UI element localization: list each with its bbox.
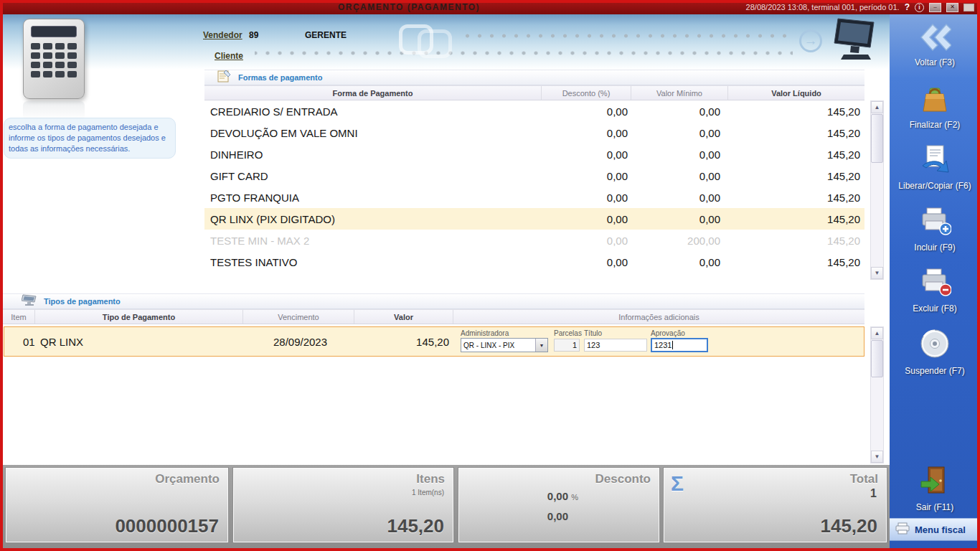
forma-row[interactable]: PGTO FRANQUIA 0,00 0,00 145,20: [204, 187, 864, 208]
itens-total: 145,20: [387, 515, 444, 537]
printer-minus-icon: [918, 266, 951, 301]
forward-arrow-icon: →: [799, 29, 822, 52]
sair-button[interactable]: Sair (F11): [890, 465, 980, 512]
formas-table-header: Forma de Pagamento Desconto (%) Valor Mí…: [204, 85, 864, 100]
suspender-button[interactable]: Suspender (F7): [890, 327, 980, 376]
watermark-square: [418, 29, 452, 58]
vendedor-name: GERENTE: [305, 30, 347, 40]
pos-window: ORÇAMENTO (PAGAMENTO) 28/08/2023 13:08, …: [0, 0, 980, 551]
tipos-section-title: Tipos de pagamento: [44, 297, 121, 306]
forma-row[interactable]: DEVOLUÇÃO EM VALE OMNI 0,00 0,00 145,20: [204, 122, 864, 143]
forma-row-selected[interactable]: QR LINX (PIX DIGITADO) 0,00 0,00 145,20: [204, 208, 864, 230]
formas-table: Forma de Pagamento Desconto (%) Valor Mí…: [204, 85, 864, 273]
cliente-link[interactable]: Cliente: [215, 51, 243, 61]
page-title: ORÇAMENTO (PAGAMENTO): [204, 2, 613, 12]
tipos-scrollbar[interactable]: ▲ ▼: [870, 326, 884, 463]
column-header: Valor: [354, 310, 453, 324]
dots-decoration: [255, 50, 793, 56]
forma-row[interactable]: CREDIARIO S/ ENTRADA 0,00 0,00 145,20: [204, 100, 864, 122]
administradora-select[interactable]: QR - LINX - PIX ▼: [461, 338, 548, 352]
orcamento-panel: Orçamento 0000000157: [6, 468, 228, 542]
vendedor-code: 89: [249, 30, 258, 40]
vendedor-link[interactable]: Vendedor: [203, 30, 242, 40]
formas-section-header: Formas de pagamento: [204, 70, 864, 85]
parcelas-label: Parcelas: [554, 329, 582, 337]
info-icon[interactable]: i: [915, 3, 924, 12]
excluir-button[interactable]: Excluir (F8): [890, 266, 980, 314]
exit-door-icon: [919, 465, 951, 499]
column-header: Item: [3, 310, 35, 324]
titulo-label: Título: [584, 329, 602, 337]
window-grip: [963, 4, 974, 11]
desconto-value: 0,00: [547, 510, 568, 522]
titlebar: ORÇAMENTO (PAGAMENTO) 28/08/2023 13:08, …: [0, 0, 980, 14]
column-header: Informações adicionais: [453, 310, 864, 324]
itens-label: Itens: [416, 472, 445, 486]
row-item-number: 01: [23, 336, 35, 348]
scroll-down-icon[interactable]: ▼: [871, 451, 883, 463]
parcelas-field[interactable]: 1: [554, 339, 580, 352]
minimize-button[interactable]: –: [929, 3, 941, 12]
voltar-button[interactable]: Voltar (F3): [890, 23, 980, 67]
column-header: Forma de Pagamento: [204, 86, 542, 100]
terminal-icon: [22, 293, 37, 309]
text-caret: [672, 341, 673, 349]
titulo-field[interactable]: 123: [584, 339, 647, 352]
tipos-table-header: Item Tipo de Pagamento Vencimento Valor …: [3, 309, 864, 324]
desconto-label: Desconto: [595, 472, 651, 486]
forma-row[interactable]: DINHEIRO 0,00 0,00 145,20: [204, 143, 864, 165]
terminal-status-text: 28/08/2023 13:08, terminal 001, período …: [746, 3, 900, 11]
summary-band: Orçamento 0000000157 Itens 1 Item(ns) 14…: [3, 465, 890, 548]
action-sidebar: Voltar (F3) Finalizar (F2): [890, 14, 980, 551]
administradora-label: Administradora: [461, 329, 509, 337]
itens-panel: Itens 1 Item(ns) 145,20: [233, 468, 453, 542]
monitor-icon: [829, 14, 880, 67]
formas-scrollbar[interactable]: ▲ ▼: [870, 100, 884, 280]
aprovacao-input-focused[interactable]: 1231: [651, 338, 708, 352]
total-panel: Σ Total 1 145,20: [664, 468, 887, 542]
incluir-button[interactable]: Incluir (F9): [890, 205, 980, 253]
liberar-copiar-button[interactable]: Liberar/Copiar (F6): [890, 143, 980, 191]
shopping-bag-icon: [919, 83, 951, 117]
notepad-icon: [216, 69, 232, 86]
back-chevrons-icon: [918, 23, 951, 55]
document-copy-icon: [919, 143, 951, 178]
fiscal-printer-icon: [895, 522, 910, 537]
tipo-pagamento-row[interactable]: 01 QR LINX 28/09/2023 145,20 Administrad…: [4, 326, 864, 357]
calculator-illustration: [23, 19, 85, 120]
aprovacao-label: Aprovação: [651, 329, 685, 337]
forma-row[interactable]: GIFT CARD 0,00 0,00 145,20: [204, 165, 864, 187]
row-valor: 145,20: [356, 336, 449, 348]
close-button[interactable]: ✕: [946, 3, 958, 12]
dots-decoration: [459, 33, 793, 39]
sigma-icon: Σ: [671, 471, 684, 496]
cd-disc-icon: [918, 327, 951, 363]
scroll-thumb[interactable]: [871, 340, 883, 377]
orcamento-label: Orçamento: [155, 472, 220, 486]
help-icon[interactable]: ?: [905, 2, 910, 12]
additional-info-panel: Administradora Parcelas Título Aprovação…: [455, 327, 864, 356]
menu-fiscal-button[interactable]: Menu fiscal: [890, 518, 980, 541]
tipos-section-header: Tipos de pagamento: [3, 293, 864, 309]
column-header: Valor Líquido: [728, 86, 864, 100]
forma-row[interactable]: TESTES INATIVO 0,00 0,00 145,20: [204, 251, 864, 273]
column-header: Desconto (%): [542, 86, 631, 100]
column-header: Tipo de Pagamento: [35, 310, 243, 324]
total-value: 145,20: [820, 515, 877, 537]
row-tipo: QR LINX: [40, 336, 83, 348]
scroll-thumb[interactable]: [871, 114, 883, 163]
itens-count: 1 Item(ns): [412, 489, 444, 496]
orcamento-number: 0000000157: [115, 515, 219, 537]
printer-plus-icon: [918, 205, 951, 240]
chevron-down-icon[interactable]: ▼: [535, 339, 547, 352]
formas-section-title: Formas de pagamento: [238, 73, 322, 82]
total-label: Total: [850, 472, 878, 486]
scroll-down-icon[interactable]: ▼: [871, 267, 883, 279]
forma-row-disabled: TESTE MIN - MAX 2 0,00 200,00 145,20: [204, 230, 864, 251]
column-header: Vencimento: [243, 310, 354, 324]
desconto-panel: Desconto 0,00 % 0,00: [458, 468, 659, 542]
scroll-up-icon[interactable]: ▲: [871, 327, 883, 339]
column-header: Valor Mínimo: [631, 86, 728, 100]
finalizar-button[interactable]: Finalizar (F2): [890, 83, 980, 130]
scroll-up-icon[interactable]: ▲: [871, 101, 883, 113]
